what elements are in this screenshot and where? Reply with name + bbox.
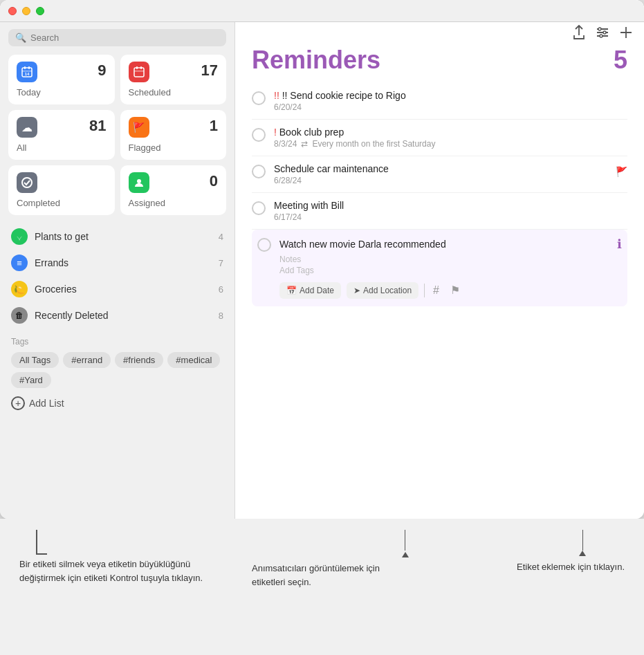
reminder-sub-1: 6/20/24	[274, 102, 627, 112]
notes-placeholder[interactable]: Notes	[279, 255, 622, 264]
tag-all-tags[interactable]: All Tags	[11, 352, 59, 368]
toolbar-divider	[424, 284, 425, 297]
scheduled-count: 17	[201, 62, 218, 80]
share-button[interactable]	[572, 25, 586, 40]
tag-errand[interactable]: #errand	[63, 352, 111, 368]
add-location-button[interactable]: ➤ Add Location	[347, 282, 418, 299]
tag-friends[interactable]: #friends	[115, 352, 163, 368]
tag-button[interactable]: #	[430, 282, 442, 299]
svg-point-15	[603, 31, 606, 34]
reminder-body-5: Watch new movie Darla recommended ℹ Note…	[279, 237, 622, 299]
add-list-button[interactable]: + Add List	[0, 391, 234, 416]
tags-wrap: All Tags #errand #friends #medical #Yard	[11, 352, 223, 388]
svg-point-10	[137, 179, 141, 183]
reminder-sub-2: 8/3/24 ⇄ Every month on the first Saturd…	[274, 139, 627, 149]
svg-point-14	[598, 28, 601, 30]
flag-icon-3: 🚩	[616, 166, 627, 177]
add-tags-placeholder[interactable]: Add Tags	[279, 266, 622, 275]
tag-yard[interactable]: #Yard	[11, 372, 51, 388]
groceries-icon: 🍋	[11, 281, 28, 297]
reminder-title-4: Meeting with Bill	[274, 200, 627, 211]
assigned-icon	[129, 172, 149, 193]
list-item-groceries[interactable]: 🍋 Groceries 6	[0, 276, 234, 302]
view-options-button[interactable]	[596, 26, 609, 39]
svg-point-9	[22, 178, 32, 187]
main-title-row: Reminders 5	[252, 46, 627, 75]
svg-rect-7	[140, 66, 142, 69]
all-label: All	[17, 142, 107, 153]
today-count: 9	[98, 62, 106, 80]
completed-label: Completed	[17, 198, 107, 208]
reminder-body-2: ! Book club prep 8/3/24 ⇄ Every month on…	[274, 127, 627, 149]
tag-medical[interactable]: #medical	[167, 352, 220, 368]
info-button[interactable]: ℹ	[617, 237, 622, 252]
annotation-middle: Anımsatıcıları görüntülemek için etiketl…	[252, 562, 390, 589]
svg-rect-5	[134, 68, 144, 77]
groceries-list-name: Groceries	[35, 284, 212, 295]
all-icon: ☁	[17, 117, 37, 138]
tags-section: Tags All Tags #errand #friends #medical …	[0, 331, 234, 391]
reminder-circle-2[interactable]	[252, 128, 266, 142]
deleted-icon: 🗑	[11, 307, 28, 324]
svg-point-16	[600, 35, 602, 37]
smart-card-completed[interactable]: Completed	[8, 165, 115, 215]
reminders-content: Reminders 5 !! !! Send cookie recipe to …	[235, 46, 644, 519]
deleted-list-name: Recently Deleted	[35, 310, 212, 321]
search-bar[interactable]: 🔍	[8, 29, 226, 46]
flagged-count: 1	[210, 117, 218, 135]
flag-button[interactable]: ⚑	[448, 281, 463, 299]
reminder-count: 5	[614, 46, 627, 75]
reminder-item-3: Schedule car maintenance 6/28/24 🚩	[252, 156, 627, 193]
sidebar: 🔍 14	[0, 0, 235, 519]
list-item-errands[interactable]: ≡ Errands 7	[0, 250, 234, 276]
search-input[interactable]	[30, 33, 219, 43]
active-item-toolbar: 📅 Add Date ➤ Add Location	[279, 281, 622, 299]
reminder-sub-3: 6/28/24	[274, 176, 607, 185]
reminder-title-1: !! !! Send cookie recipe to Rigo	[274, 90, 627, 101]
add-list-label: Add List	[29, 398, 64, 409]
minimize-button[interactable]	[22, 7, 30, 15]
annotation-right: Etiket eklemek için tıklayın.	[517, 560, 627, 574]
list-item-deleted[interactable]: 🗑 Recently Deleted 8	[0, 302, 234, 329]
priority-indicator-1: !!	[274, 90, 282, 101]
add-date-button[interactable]: 📅 Add Date	[279, 282, 341, 299]
maximize-button[interactable]	[36, 7, 44, 15]
reminder-list: !! !! Send cookie recipe to Rigo 6/20/24	[252, 83, 627, 306]
smart-card-scheduled[interactable]: 17 Scheduled	[120, 55, 227, 104]
smart-card-all[interactable]: ☁ 81 All	[8, 110, 115, 160]
all-count: 81	[89, 117, 106, 135]
annotation-left: Bir etiketi silmek veya etiketin büyüklü…	[17, 557, 224, 584]
list-item-plants[interactable]: Plants to get 4	[0, 223, 234, 250]
assigned-label: Assigned	[129, 198, 219, 208]
errands-list-name: Errands	[35, 257, 212, 268]
recurrence-icon: ⇄	[301, 139, 308, 149]
reminder-circle-4[interactable]	[252, 201, 266, 215]
smart-card-assigned[interactable]: 0 Assigned	[120, 165, 227, 215]
tags-label: Tags	[11, 337, 223, 347]
page-title: Reminders	[252, 46, 380, 75]
add-list-icon: +	[11, 396, 25, 410]
reminder-body-3: Schedule car maintenance 6/28/24	[274, 163, 607, 185]
reminder-item-1: !! !! Send cookie recipe to Rigo 6/20/24	[252, 83, 627, 120]
main-content-area: Reminders 5 !! !! Send cookie recipe to …	[235, 0, 644, 519]
close-button[interactable]	[8, 7, 17, 15]
reminder-circle-5[interactable]	[257, 238, 271, 252]
reminder-title-2: ! Book club prep	[274, 127, 627, 138]
reminder-body-4: Meeting with Bill 6/17/24	[274, 200, 627, 222]
add-reminder-button[interactable]	[619, 26, 633, 39]
reminder-item-5[interactable]: Watch new movie Darla recommended ℹ Note…	[252, 230, 627, 306]
reminder-item-4: Meeting with Bill 6/17/24	[252, 193, 627, 230]
flagged-label: Flagged	[129, 142, 219, 153]
smart-card-flagged[interactable]: 🚩 1 Flagged	[120, 110, 227, 160]
groceries-list-count: 6	[219, 284, 223, 295]
smart-card-today[interactable]: 14 9 Today	[8, 55, 115, 104]
reminder-circle-1[interactable]	[252, 91, 266, 105]
errands-icon: ≡	[11, 255, 28, 271]
assigned-count: 0	[210, 172, 218, 190]
svg-rect-2	[28, 66, 30, 69]
location-icon: ➤	[353, 286, 360, 295]
plants-list-count: 4	[219, 232, 223, 242]
plants-list-name: Plants to get	[35, 231, 212, 242]
reminder-circle-3[interactable]	[252, 165, 266, 178]
reminder-sub-4: 6/17/24	[274, 212, 627, 222]
